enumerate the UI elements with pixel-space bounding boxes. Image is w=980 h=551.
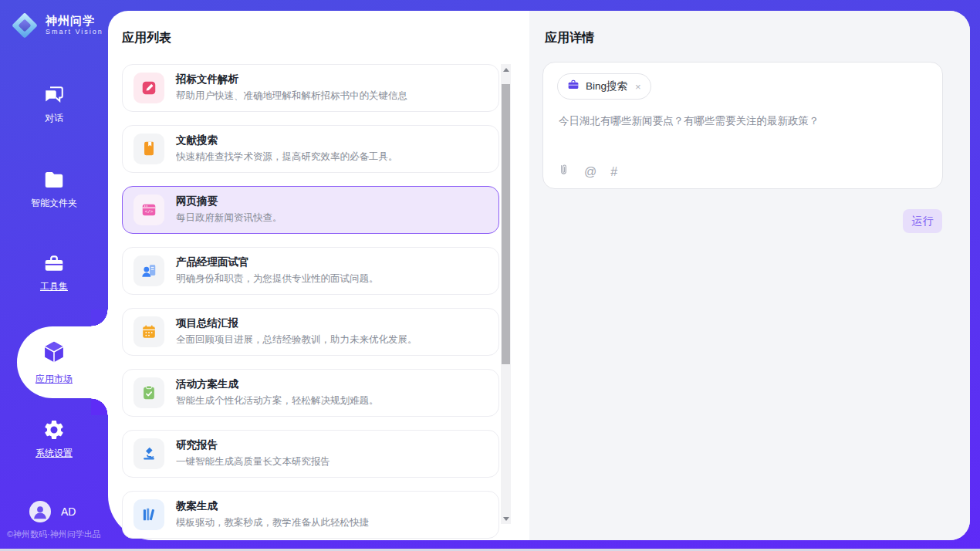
paperclip-icon[interactable] xyxy=(557,164,570,180)
sidebar-item-toolset[interactable]: 工具集 xyxy=(0,252,108,293)
prompt-card: Bing搜索 × 今日湖北有哪些新闻要点？有哪些需要关注的最新政策？ @ # xyxy=(542,62,943,189)
briefcase-icon xyxy=(567,79,580,94)
sidebar-item-label: 智能文件夹 xyxy=(0,197,108,210)
toolbox-icon xyxy=(0,252,108,275)
app-card-subtitle: 每日政府新闻资讯快查。 xyxy=(176,212,282,224)
edit-doc-icon xyxy=(133,73,164,103)
app-card-title: 活动方案生成 xyxy=(176,379,379,390)
sidebar-item-label: 系统设置 xyxy=(0,447,108,460)
content-panel: 应用列表 招标文件解析 帮助用户快速、准确地理解和解析招标书中的关键信息 xyxy=(108,11,970,540)
app-card-title: 招标文件解析 xyxy=(176,74,407,85)
sidebar-item-label: 工具集 xyxy=(0,280,108,293)
app-list: 招标文件解析 帮助用户快速、准确地理解和解析招标书中的关键信息 文献搜索 快速精… xyxy=(122,64,499,551)
sidebar: 神州问学 Smart Vision 对话 智能文件夹 xyxy=(0,0,108,549)
brand-logo-icon xyxy=(10,11,39,40)
web-code-icon: </> xyxy=(133,194,164,225)
app-card-title: 文献搜索 xyxy=(176,135,398,146)
query-input[interactable]: 今日湖北有哪些新闻要点？有哪些需要关注的最新政策？ xyxy=(559,113,927,129)
app-card-literature-search[interactable]: 文献搜索 快速精准查找学术资源，提高研究效率的必备工具。 xyxy=(122,125,499,173)
gear-icon xyxy=(0,418,108,441)
interviewer-icon xyxy=(133,255,164,286)
sidebar-item-app-market[interactable]: 应用市场 xyxy=(17,326,108,398)
app-card-title: 研究报告 xyxy=(176,440,330,451)
run-button[interactable]: 运行 xyxy=(903,209,942,233)
app-detail-panel: 应用详情 Bing搜索 × 今日湖北有哪些新闻要点？有哪些需要关注的最新政策？ xyxy=(529,11,970,540)
app-card-title: 教案生成 xyxy=(176,501,369,512)
sidebar-item-label: 应用市场 xyxy=(35,373,73,386)
app-card-subtitle: 帮助用户快速、准确地理解和解析招标书中的关键信息 xyxy=(176,90,407,102)
brand-name: 神州问学 xyxy=(46,15,103,27)
app-detail-title: 应用详情 xyxy=(545,30,594,46)
tool-chip-label: Bing搜索 xyxy=(586,79,627,93)
app-card-bid-parse[interactable]: 招标文件解析 帮助用户快速、准确地理解和解析招标书中的关键信息 xyxy=(122,64,499,112)
calendar-icon xyxy=(133,316,164,347)
app-list-scrollbar[interactable] xyxy=(501,64,511,524)
tool-chip-bing-search[interactable]: Bing搜索 × xyxy=(557,73,651,100)
user-initials: AD xyxy=(61,505,76,518)
app-card-pm-interviewer[interactable]: 产品经理面试官 明确身份和职责，为您提供专业性的面试问题。 xyxy=(122,247,499,295)
app-card-subtitle: 明确身份和职责，为您提供专业性的面试问题。 xyxy=(176,273,379,285)
avatar xyxy=(29,501,51,522)
app-card-event-plan[interactable]: 活动方案生成 智能生成个性化活动方案，轻松解决规划难题。 xyxy=(122,369,499,417)
sidebar-item-settings[interactable]: 系统设置 xyxy=(0,418,108,460)
close-icon[interactable]: × xyxy=(635,81,641,93)
app-card-subtitle: 一键智能生成高质量长文本研究报告 xyxy=(176,456,330,468)
hash-icon[interactable]: # xyxy=(610,166,617,178)
books-icon xyxy=(133,499,164,530)
app-card-title: 项目总结汇报 xyxy=(176,318,417,329)
app-list-title: 应用列表 xyxy=(122,30,171,46)
folder-icon xyxy=(0,168,108,191)
input-toolbar: @ # xyxy=(557,164,617,180)
scrollbar-thumb[interactable] xyxy=(502,84,510,364)
cube-icon xyxy=(41,339,67,368)
sidebar-item-smart-folder[interactable]: 智能文件夹 xyxy=(0,168,108,210)
sidebar-item-chat[interactable]: 对话 xyxy=(0,83,108,125)
brand-logo: 神州问学 Smart Vision xyxy=(10,11,103,40)
svg-text:</>: </> xyxy=(145,209,154,215)
app-card-subtitle: 模板驱动，教案秒成，教学准备从此轻松快捷 xyxy=(176,517,369,529)
app-card-web-summary[interactable]: </> 网页摘要 每日政府新闻资讯快查。 xyxy=(122,186,499,234)
app-card-title: 产品经理面试官 xyxy=(176,257,379,268)
app-card-title: 网页摘要 xyxy=(176,196,282,207)
scroll-down-icon[interactable] xyxy=(501,513,511,524)
microscope-icon xyxy=(133,438,164,469)
copyright-footer: ©神州数码·神州问学出品 xyxy=(7,529,101,540)
brand-tagline: Smart Vision xyxy=(46,29,103,35)
at-icon[interactable]: @ xyxy=(584,166,596,178)
book-icon xyxy=(133,134,164,164)
app-card-subtitle: 智能生成个性化活动方案，轻松解决规划难题。 xyxy=(176,395,379,407)
clipboard-check-icon xyxy=(133,377,164,408)
app-card-subtitle: 快速精准查找学术资源，提高研究效率的必备工具。 xyxy=(176,151,398,163)
app-card-project-summary[interactable]: 项目总结汇报 全面回顾项目进展，总结经验教训，助力未来优化发展。 xyxy=(122,308,499,356)
chat-icon xyxy=(0,83,108,106)
app-card-subtitle: 全面回顾项目进展，总结经验教训，助力未来优化发展。 xyxy=(176,334,417,346)
scroll-up-icon[interactable] xyxy=(501,64,511,75)
app-card-research-report[interactable]: 研究报告 一键智能生成高质量长文本研究报告 xyxy=(122,430,499,478)
sidebar-item-label: 对话 xyxy=(0,112,108,125)
app-window: 神州问学 Smart Vision 对话 智能文件夹 xyxy=(0,0,980,551)
app-card-lesson-plan[interactable]: 教案生成 模板驱动，教案秒成，教学准备从此轻松快捷 xyxy=(122,491,499,539)
user-profile[interactable]: AD xyxy=(29,501,76,522)
